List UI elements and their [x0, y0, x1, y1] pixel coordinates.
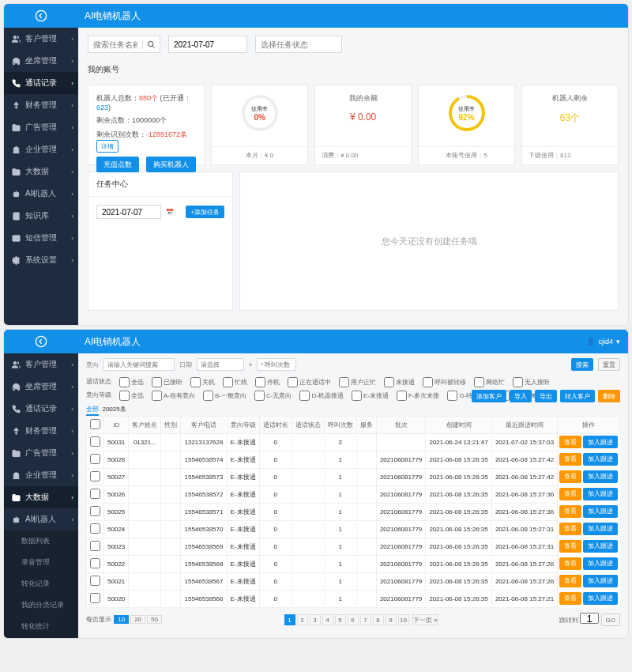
sidebar-item-6[interactable]: 大数据› — [4, 486, 78, 508]
follow-button[interactable]: 加入跟进 — [583, 575, 618, 587]
intent-option[interactable]: B-一般意向 — [203, 391, 246, 401]
status-option[interactable]: 停机 — [255, 377, 280, 387]
recharge-button[interactable]: 充值点数 — [96, 157, 139, 172]
sidebar-subitem[interactable]: 转化统计 — [4, 616, 78, 637]
follow-button[interactable]: 加入跟进 — [583, 523, 618, 535]
user-menu[interactable]: 👤cjid4 ▾ — [586, 338, 628, 345]
status-option[interactable]: 无人接听 — [513, 377, 550, 387]
back-button[interactable] — [4, 9, 78, 22]
status-option[interactable]: 呼叫被转移 — [423, 377, 466, 387]
follow-button[interactable]: 加入跟进 — [583, 540, 618, 553]
sidebar-item-1[interactable]: 坐席管理› — [4, 376, 78, 398]
view-button[interactable]: 查看 — [559, 453, 581, 466]
row-check[interactable] — [90, 471, 100, 481]
view-button[interactable]: 查看 — [559, 436, 581, 448]
intent-option[interactable]: 全选 — [119, 391, 144, 401]
page-num[interactable]: 7 — [360, 614, 371, 625]
keyword-input[interactable] — [103, 358, 175, 371]
follow-button[interactable]: 加入跟进 — [583, 505, 618, 518]
sidebar-subitem[interactable]: 编辑管理 — [4, 637, 78, 638]
sidebar-item-10[interactable]: 系统设置› — [4, 249, 78, 271]
search-input[interactable] — [88, 36, 142, 52]
row-check[interactable] — [90, 523, 100, 534]
follow-button[interactable]: 加入跟进 — [583, 436, 618, 448]
view-button[interactable]: 查看 — [559, 470, 581, 483]
intent-option[interactable]: F-多次未接 — [397, 391, 440, 401]
status-option[interactable]: 已接听 — [152, 377, 182, 387]
call-count-input[interactable] — [257, 358, 296, 371]
task-date-input[interactable] — [96, 205, 161, 219]
status-option[interactable]: 未接通 — [384, 377, 415, 387]
sidebar-item-3[interactable]: 财务管理› — [4, 420, 78, 442]
back-button[interactable] — [4, 335, 78, 348]
date-select[interactable] — [197, 358, 244, 371]
perpage-option[interactable]: 20 — [130, 615, 145, 624]
toolbar-btn-0[interactable]: 添加客户 — [472, 390, 506, 402]
toolbar-btn-2[interactable]: 导出 — [535, 390, 557, 402]
row-check[interactable] — [90, 558, 100, 568]
page-num[interactable]: 8 — [373, 614, 384, 625]
sidebar-item-2[interactable]: 通话记录› — [4, 398, 78, 420]
date-input[interactable] — [168, 36, 247, 53]
status-option[interactable]: 忙线 — [223, 377, 247, 387]
perpage-option[interactable]: 10 — [114, 615, 129, 624]
sidebar-item-9[interactable]: 短信管理› — [4, 227, 78, 249]
view-button[interactable]: 查看 — [559, 575, 581, 587]
toolbar-btn-4[interactable]: 删除 — [598, 390, 620, 402]
status-option[interactable]: 网络忙 — [474, 377, 505, 387]
page-num[interactable]: 5 — [335, 614, 346, 625]
status-option[interactable]: 正在通话中 — [288, 377, 331, 387]
intent-option[interactable]: C-无意向 — [254, 391, 292, 401]
sidebar-item-5[interactable]: 企业管理› — [4, 138, 78, 160]
page-num[interactable]: 9 — [386, 614, 397, 625]
search-icon[interactable] — [142, 40, 160, 49]
sidebar-subitem[interactable]: 我的分类记录 — [4, 595, 78, 616]
toolbar-btn-3[interactable]: 转入客户 — [560, 390, 595, 402]
view-button[interactable]: 查看 — [559, 523, 581, 535]
sidebar-item-7[interactable]: AI机器人› — [4, 508, 78, 530]
page-num[interactable]: 3 — [310, 614, 321, 625]
search-button[interactable]: 搜索 — [571, 358, 593, 371]
sidebar-item-1[interactable]: 坐席管理› — [4, 50, 78, 72]
view-button[interactable]: 查看 — [559, 505, 581, 518]
view-button[interactable]: 查看 — [559, 488, 581, 500]
sidebar-item-8[interactable]: 知识库› — [4, 205, 78, 227]
status-option[interactable]: 全选 — [119, 377, 144, 387]
sidebar-item-7[interactable]: AI机器人› — [4, 183, 78, 205]
sidebar-subitem[interactable]: 录音管理 — [4, 552, 78, 573]
next-page[interactable]: 下一页 » — [412, 614, 438, 625]
perpage-option[interactable]: 50 — [147, 615, 162, 624]
status-select[interactable] — [255, 36, 342, 53]
sidebar-item-5[interactable]: 企业管理› — [4, 464, 78, 486]
reset-button[interactable]: 重置 — [598, 358, 620, 371]
sidebar-item-4[interactable]: 广告管理› — [4, 442, 78, 464]
add-task-button[interactable]: +添加任务 — [186, 206, 224, 218]
row-check[interactable] — [90, 489, 100, 499]
follow-button[interactable]: 加入跟进 — [583, 557, 618, 570]
row-check[interactable] — [90, 541, 100, 551]
follow-button[interactable]: 加入跟进 — [583, 592, 618, 605]
status-option[interactable]: 用户正忙 — [339, 377, 376, 387]
page-num[interactable]: 6 — [348, 614, 359, 625]
toolbar-btn-1[interactable]: 导入 — [510, 390, 532, 402]
intent-option[interactable]: E-未接通 — [352, 391, 389, 401]
page-num[interactable]: 1 — [284, 614, 295, 625]
buy-robot-button[interactable]: 购买机器人 — [146, 157, 196, 172]
row-check[interactable] — [90, 454, 100, 464]
detail-button[interactable]: 详情 — [96, 140, 118, 153]
follow-button[interactable]: 加入跟进 — [583, 488, 618, 500]
calendar-icon[interactable]: 📅 — [166, 209, 174, 216]
follow-button[interactable]: 加入跟进 — [583, 470, 618, 483]
sidebar-item-2[interactable]: 通话记录› — [4, 72, 78, 94]
sidebar-item-0[interactable]: 客户管理› — [4, 28, 78, 50]
jump-input[interactable] — [580, 613, 599, 624]
page-num[interactable]: 2 — [297, 614, 308, 625]
page-num[interactable]: 4 — [322, 614, 333, 625]
row-check[interactable] — [90, 506, 100, 516]
sidebar-item-6[interactable]: 大数据› — [4, 160, 78, 183]
intent-option[interactable]: A-很有意向 — [152, 391, 195, 401]
sidebar-item-0[interactable]: 客户管理› — [4, 353, 78, 376]
sidebar-subitem[interactable]: 数据列表 — [4, 530, 78, 552]
row-check[interactable] — [90, 576, 100, 586]
view-button[interactable]: 查看 — [559, 540, 581, 553]
